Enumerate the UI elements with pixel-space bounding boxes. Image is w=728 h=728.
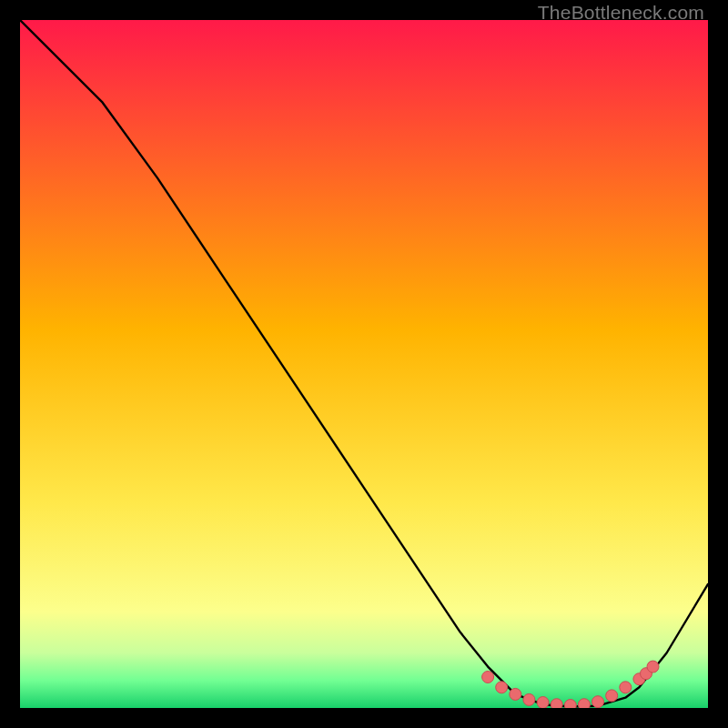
highlight-dot [620,682,632,693]
highlight-dot [482,672,494,683]
highlight-dot [592,696,604,708]
highlight-dot [578,699,590,708]
highlight-dot [647,661,659,672]
highlight-dot [606,690,618,702]
highlight-dot [537,697,549,709]
highlight-dot [496,682,508,693]
bottleneck-chart [20,20,708,708]
highlight-dot [551,699,562,708]
attribution-text: TheBottleneck.com [538,2,704,24]
highlight-dot [523,693,535,705]
chart-area [20,20,708,708]
gradient-background [20,20,708,708]
highlight-dot [564,700,576,709]
highlight-dot [510,688,521,700]
